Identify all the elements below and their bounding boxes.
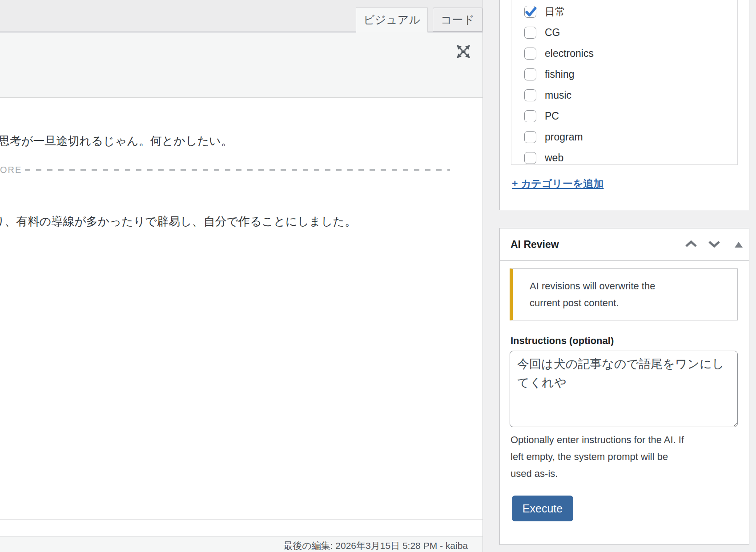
category-item: program xyxy=(511,127,737,148)
category-label[interactable]: fishing xyxy=(545,68,574,80)
checkbox-icon[interactable] xyxy=(524,131,536,143)
category-label[interactable]: music xyxy=(545,89,571,101)
category-item: web xyxy=(511,148,737,165)
category-label[interactable]: PC xyxy=(545,110,559,122)
category-item: electronics xyxy=(511,43,737,64)
ai-review-metabox: AI Review AI revisions will overwrite th… xyxy=(499,228,749,545)
category-label[interactable]: web xyxy=(545,152,563,164)
category-item: fishing xyxy=(511,64,737,85)
editor-paragraph: り、有料の導線が多かったりで辟易し、自分で作ることにしました。 xyxy=(0,214,356,229)
checkbox-icon[interactable] xyxy=(524,48,536,60)
tab-visual-editor[interactable]: ビジュアル xyxy=(356,7,428,32)
categories-metabox: 日常CGelectronicsfishingmusicPCprogramweb … xyxy=(499,0,749,210)
category-item: CG xyxy=(511,22,737,43)
more-tag-dashed-line xyxy=(25,169,450,171)
category-item: music xyxy=(511,85,737,106)
instructions-textarea[interactable]: 今回は犬の記事なので語尾をワンにしてくれや xyxy=(510,351,738,427)
category-item: 日常 xyxy=(511,1,737,22)
category-label[interactable]: 日常 xyxy=(545,5,565,19)
wp-post-editor-page: ビジュアル コード 思考が一旦途切れる xyxy=(0,0,756,552)
category-label[interactable]: program xyxy=(545,131,583,143)
more-tag-divider: ORE xyxy=(0,165,462,178)
category-item: PC xyxy=(511,106,737,127)
fullscreen-icon[interactable] xyxy=(455,44,472,60)
checkbox-icon[interactable] xyxy=(524,110,536,122)
execute-button[interactable]: Execute xyxy=(512,496,573,521)
ai-review-header: AI Review xyxy=(500,228,749,261)
move-up-icon[interactable] xyxy=(684,239,698,251)
tab-code-editor[interactable]: コード xyxy=(433,8,483,32)
more-tag-label: ORE xyxy=(0,165,22,175)
post-status-info: 最後の編集: 2026年3月15日 5:28 PM - kaiba xyxy=(0,536,483,552)
checkbox-icon[interactable] xyxy=(524,152,536,164)
instructions-help-text: Optionally enter instructions for the AI… xyxy=(511,432,684,482)
editor-paragraph: 思考が一旦途切れるじゃん。何とかしたい。 xyxy=(0,133,233,149)
add-category-link[interactable]: + カテゴリーを追加 xyxy=(512,177,604,191)
instructions-label: Instructions (optional) xyxy=(511,335,614,347)
ai-review-title: AI Review xyxy=(511,239,559,251)
move-down-icon[interactable] xyxy=(708,239,721,251)
last-edited-text: 最後の編集: 2026年3月15日 5:28 PM - kaiba xyxy=(283,540,468,552)
editor-content-area[interactable]: 思考が一旦途切れるじゃん。何とかしたい。 ORE り、有料の導線が多かったりで辟… xyxy=(0,98,483,519)
checkbox-icon[interactable] xyxy=(524,27,536,39)
ai-warning-notice: AI revisions will overwrite thecurrent p… xyxy=(510,268,738,320)
checkbox-icon[interactable] xyxy=(524,89,536,101)
collapse-toggle-icon[interactable] xyxy=(735,241,743,249)
checkbox-icon[interactable] xyxy=(524,68,536,80)
checkbox-checked-icon[interactable] xyxy=(524,6,536,18)
category-label[interactable]: CG xyxy=(545,27,560,39)
editor-column: ビジュアル コード 思考が一旦途切れる xyxy=(0,0,483,552)
editor-toolbar xyxy=(0,32,483,98)
category-checklist: 日常CGelectronicsfishingmusicPCprogramweb xyxy=(511,0,738,165)
category-label[interactable]: electronics xyxy=(545,48,594,60)
editor-statusbar xyxy=(0,519,483,536)
